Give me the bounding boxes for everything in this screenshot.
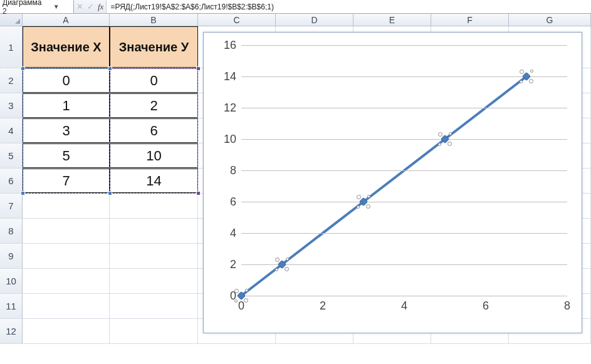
- col-header-f[interactable]: F: [431, 14, 509, 26]
- row-header-6[interactable]: 6: [0, 169, 23, 193]
- row-header-1[interactable]: 1: [0, 26, 23, 68]
- chart-y-tick-label: 2: [230, 258, 236, 271]
- cell-b3[interactable]: 2: [110, 93, 198, 118]
- cell-a4[interactable]: 3: [23, 118, 110, 143]
- cell-b1[interactable]: Значение У: [110, 26, 198, 68]
- cell-a2[interactable]: 0: [23, 68, 110, 93]
- formula-bar-buttons: ✕ ✓ fx: [74, 0, 107, 13]
- chart-data-point[interactable]: [521, 71, 532, 82]
- chart-gridline: [241, 76, 567, 77]
- chart-gridline: [241, 170, 567, 171]
- chart-y-tick-label: 6: [230, 195, 236, 209]
- chart-x-tick-label: 6: [483, 299, 489, 313]
- range-handle[interactable]: [21, 191, 25, 195]
- chart-gridline: [241, 233, 567, 234]
- name-box-dropdown-icon[interactable]: ▼: [41, 3, 71, 10]
- cell-b2[interactable]: 0: [110, 68, 198, 93]
- chart-data-point[interactable]: [276, 259, 288, 270]
- chart-y-tick-label: 12: [224, 101, 236, 115]
- range-handle[interactable]: [21, 66, 25, 71]
- col-header-g[interactable]: G: [509, 14, 591, 26]
- embedded-chart[interactable]: 024681012141602468: [203, 32, 582, 333]
- formula-input[interactable]: =РЯД(;Лист19!$A$2:$A$6;Лист19!$B$2:$B$6;…: [107, 0, 591, 13]
- row-header-2[interactable]: 2: [0, 68, 23, 93]
- chart-gridline: [241, 296, 567, 296]
- chart-gridline: [241, 45, 567, 46]
- select-all-corner[interactable]: [0, 14, 23, 26]
- chart-plot-area[interactable]: 024681012141602468: [241, 45, 567, 296]
- chart-gridline: [241, 108, 567, 108]
- range-handle[interactable]: [196, 66, 201, 71]
- col-header-d[interactable]: D: [276, 14, 353, 26]
- chart-gridline: [241, 202, 567, 202]
- row-header-5[interactable]: 5: [0, 143, 23, 168]
- formula-text: =РЯД(;Лист19!$A$2:$A$6;Лист19!$B$2:$B$6;…: [110, 3, 274, 11]
- cell-a1[interactable]: Значение Х: [23, 26, 110, 68]
- chart-y-tick-label: 4: [230, 227, 236, 240]
- row-header-4[interactable]: 4: [0, 118, 23, 143]
- cell-b6[interactable]: 14: [110, 169, 198, 193]
- range-handle[interactable]: [108, 191, 112, 195]
- name-box[interactable]: Диаграмма 2 ▼: [0, 0, 74, 13]
- chart-y-tick-label: 8: [230, 164, 236, 177]
- chart-gridline: [241, 264, 567, 265]
- chart-data-point[interactable]: [358, 196, 369, 207]
- cell-a5[interactable]: 5: [23, 143, 110, 168]
- column-headers: A B C D E F G: [0, 14, 591, 26]
- cell-a3[interactable]: 1: [23, 93, 110, 118]
- chart-y-tick-label: 10: [224, 133, 236, 146]
- range-handle[interactable]: [196, 191, 201, 195]
- cell-a6[interactable]: 7: [23, 169, 110, 193]
- col-header-a[interactable]: A: [23, 14, 110, 26]
- name-box-value: Диаграмма 2: [3, 0, 41, 16]
- chart-x-tick-label: 4: [401, 299, 407, 313]
- formula-bar: Диаграмма 2 ▼ ✕ ✓ fx =РЯД(;Лист19!$A$2:$…: [0, 0, 591, 14]
- col-header-c[interactable]: C: [198, 14, 276, 26]
- range-handle[interactable]: [108, 66, 112, 71]
- chart-x-tick-label: 2: [320, 299, 326, 313]
- chart-y-tick-label: 14: [224, 70, 236, 83]
- chart-x-tick-label: 8: [564, 299, 570, 313]
- cell-b4[interactable]: 6: [110, 118, 198, 143]
- col-header-b[interactable]: B: [110, 14, 198, 26]
- cancel-icon: ✕: [76, 2, 83, 11]
- row-header-3[interactable]: 3: [0, 93, 23, 118]
- chart-y-tick-label: 16: [224, 39, 236, 52]
- fx-icon[interactable]: fx: [98, 2, 103, 12]
- cell-b5[interactable]: 10: [110, 143, 198, 168]
- chart-data-point[interactable]: [236, 290, 247, 301]
- col-header-e[interactable]: E: [353, 14, 431, 26]
- enter-icon: ✓: [87, 2, 94, 11]
- chart-gridline: [241, 139, 567, 140]
- chart-data-point[interactable]: [439, 133, 451, 145]
